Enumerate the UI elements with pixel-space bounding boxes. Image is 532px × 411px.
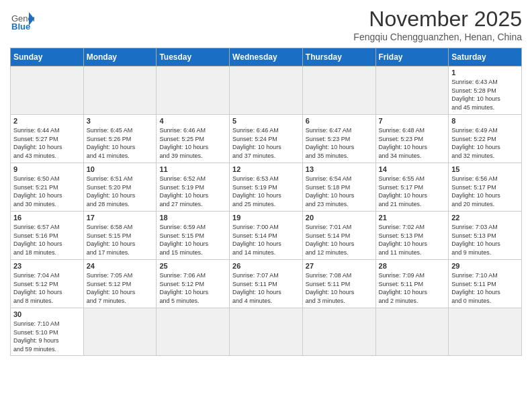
calendar-day-cell: 15Sunrise: 6:56 AM Sunset: 5:17 PM Dayli… xyxy=(449,163,522,212)
calendar-day-cell: 23Sunrise: 7:04 AM Sunset: 5:12 PM Dayli… xyxy=(11,260,84,308)
day-info: Sunrise: 6:44 AM Sunset: 5:27 PM Dayligh… xyxy=(13,126,81,160)
day-number: 1 xyxy=(451,68,519,77)
day-number: 22 xyxy=(451,214,519,222)
day-info: Sunrise: 7:07 AM Sunset: 5:11 PM Dayligh… xyxy=(232,271,300,305)
calendar-week-row: 16Sunrise: 6:57 AM Sunset: 5:16 PM Dayli… xyxy=(11,212,522,260)
day-number: 9 xyxy=(13,165,81,173)
calendar-day-cell xyxy=(83,308,157,356)
calendar-week-row: 1Sunrise: 6:43 AM Sunset: 5:28 PM Daylig… xyxy=(11,66,522,115)
calendar-day-cell: 11Sunrise: 6:52 AM Sunset: 5:19 PM Dayli… xyxy=(157,163,230,212)
day-number: 25 xyxy=(159,262,226,270)
calendar-day-cell xyxy=(230,66,303,115)
day-number: 13 xyxy=(306,165,373,173)
day-number: 11 xyxy=(159,165,226,173)
logo: General Blue xyxy=(10,7,34,31)
day-info: Sunrise: 6:58 AM Sunset: 5:15 PM Dayligh… xyxy=(87,223,154,257)
title-block: November 2025 Fengqiu Chengguanzhen, Hen… xyxy=(353,7,522,42)
day-info: Sunrise: 6:43 AM Sunset: 5:28 PM Dayligh… xyxy=(451,78,519,111)
day-info: Sunrise: 6:51 AM Sunset: 5:20 PM Dayligh… xyxy=(87,175,154,208)
day-info: Sunrise: 6:45 AM Sunset: 5:26 PM Dayligh… xyxy=(87,126,154,160)
calendar-day-cell xyxy=(83,66,157,115)
day-number: 5 xyxy=(232,117,300,125)
day-info: Sunrise: 6:49 AM Sunset: 5:22 PM Dayligh… xyxy=(451,126,519,160)
calendar-header-monday: Monday xyxy=(83,48,157,66)
month-title: November 2025 xyxy=(353,7,522,32)
day-number: 28 xyxy=(379,262,446,270)
calendar-day-cell: 29Sunrise: 7:10 AM Sunset: 5:11 PM Dayli… xyxy=(449,260,522,308)
calendar-header-tuesday: Tuesday xyxy=(157,48,230,66)
day-info: Sunrise: 7:06 AM Sunset: 5:12 PM Dayligh… xyxy=(159,271,226,305)
calendar-day-cell: 13Sunrise: 6:54 AM Sunset: 5:18 PM Dayli… xyxy=(302,163,375,212)
calendar-day-cell xyxy=(302,66,375,115)
day-number: 7 xyxy=(379,117,446,125)
calendar-day-cell: 28Sunrise: 7:09 AM Sunset: 5:11 PM Dayli… xyxy=(375,260,449,308)
calendar-day-cell: 19Sunrise: 7:00 AM Sunset: 5:14 PM Dayli… xyxy=(230,212,303,260)
day-number: 19 xyxy=(232,214,300,222)
calendar-day-cell: 25Sunrise: 7:06 AM Sunset: 5:12 PM Dayli… xyxy=(157,260,230,308)
day-number: 2 xyxy=(13,117,81,125)
calendar-day-cell: 30Sunrise: 7:10 AM Sunset: 5:10 PM Dayli… xyxy=(11,308,84,356)
day-number: 27 xyxy=(306,262,373,270)
day-number: 6 xyxy=(306,117,373,125)
calendar-day-cell xyxy=(449,308,522,356)
calendar-day-cell xyxy=(157,308,230,356)
calendar-week-row: 23Sunrise: 7:04 AM Sunset: 5:12 PM Dayli… xyxy=(11,260,522,308)
day-info: Sunrise: 7:02 AM Sunset: 5:13 PM Dayligh… xyxy=(379,223,446,257)
calendar-day-cell xyxy=(230,308,303,356)
day-info: Sunrise: 7:03 AM Sunset: 5:13 PM Dayligh… xyxy=(451,223,519,257)
day-number: 4 xyxy=(159,117,226,125)
day-number: 15 xyxy=(451,165,519,173)
day-number: 12 xyxy=(232,165,300,173)
svg-text:Blue: Blue xyxy=(11,21,30,31)
day-number: 3 xyxy=(87,117,154,125)
calendar-header-row: SundayMondayTuesdayWednesdayThursdayFrid… xyxy=(11,48,522,66)
calendar-day-cell: 14Sunrise: 6:55 AM Sunset: 5:17 PM Dayli… xyxy=(375,163,449,212)
calendar-week-row: 30Sunrise: 7:10 AM Sunset: 5:10 PM Dayli… xyxy=(11,308,522,356)
day-info: Sunrise: 6:59 AM Sunset: 5:15 PM Dayligh… xyxy=(159,223,226,257)
calendar-day-cell: 20Sunrise: 7:01 AM Sunset: 5:14 PM Dayli… xyxy=(302,212,375,260)
calendar-day-cell: 9Sunrise: 6:50 AM Sunset: 5:21 PM Daylig… xyxy=(11,163,84,212)
day-number: 29 xyxy=(451,262,519,270)
day-info: Sunrise: 6:52 AM Sunset: 5:19 PM Dayligh… xyxy=(159,175,226,208)
calendar-week-row: 2Sunrise: 6:44 AM Sunset: 5:27 PM Daylig… xyxy=(11,115,522,163)
day-number: 16 xyxy=(13,214,81,222)
day-info: Sunrise: 7:09 AM Sunset: 5:11 PM Dayligh… xyxy=(379,271,446,305)
day-number: 8 xyxy=(451,117,519,125)
calendar-day-cell xyxy=(375,308,449,356)
calendar-day-cell: 16Sunrise: 6:57 AM Sunset: 5:16 PM Dayli… xyxy=(11,212,84,260)
calendar-day-cell xyxy=(157,66,230,115)
day-info: Sunrise: 6:50 AM Sunset: 5:21 PM Dayligh… xyxy=(13,175,81,208)
day-number: 14 xyxy=(379,165,446,173)
calendar-day-cell: 24Sunrise: 7:05 AM Sunset: 5:12 PM Dayli… xyxy=(83,260,157,308)
calendar-day-cell: 18Sunrise: 6:59 AM Sunset: 5:15 PM Dayli… xyxy=(157,212,230,260)
calendar-day-cell: 21Sunrise: 7:02 AM Sunset: 5:13 PM Dayli… xyxy=(375,212,449,260)
day-info: Sunrise: 7:10 AM Sunset: 5:10 PM Dayligh… xyxy=(13,320,81,353)
calendar-day-cell: 8Sunrise: 6:49 AM Sunset: 5:22 PM Daylig… xyxy=(449,115,522,163)
day-info: Sunrise: 6:48 AM Sunset: 5:23 PM Dayligh… xyxy=(379,126,446,160)
location: Fengqiu Chengguanzhen, Henan, China xyxy=(353,32,522,42)
logo-icon: General Blue xyxy=(10,7,34,31)
calendar-day-cell: 17Sunrise: 6:58 AM Sunset: 5:15 PM Dayli… xyxy=(83,212,157,260)
day-info: Sunrise: 6:54 AM Sunset: 5:18 PM Dayligh… xyxy=(306,175,373,208)
calendar-day-cell: 6Sunrise: 6:47 AM Sunset: 5:23 PM Daylig… xyxy=(302,115,375,163)
day-info: Sunrise: 7:00 AM Sunset: 5:14 PM Dayligh… xyxy=(232,223,300,257)
calendar-header-sunday: Sunday xyxy=(11,48,84,66)
day-info: Sunrise: 6:46 AM Sunset: 5:25 PM Dayligh… xyxy=(159,126,226,160)
calendar-day-cell: 3Sunrise: 6:45 AM Sunset: 5:26 PM Daylig… xyxy=(83,115,157,163)
day-info: Sunrise: 7:05 AM Sunset: 5:12 PM Dayligh… xyxy=(87,271,154,305)
day-info: Sunrise: 6:46 AM Sunset: 5:24 PM Dayligh… xyxy=(232,126,300,160)
calendar-day-cell: 5Sunrise: 6:46 AM Sunset: 5:24 PM Daylig… xyxy=(230,115,303,163)
calendar-header-thursday: Thursday xyxy=(302,48,375,66)
calendar-day-cell: 1Sunrise: 6:43 AM Sunset: 5:28 PM Daylig… xyxy=(449,66,522,115)
calendar-day-cell xyxy=(375,66,449,115)
calendar-day-cell: 22Sunrise: 7:03 AM Sunset: 5:13 PM Dayli… xyxy=(449,212,522,260)
day-number: 30 xyxy=(13,310,81,318)
calendar-table: SundayMondayTuesdayWednesdayThursdayFrid… xyxy=(10,48,522,356)
day-info: Sunrise: 7:08 AM Sunset: 5:11 PM Dayligh… xyxy=(306,271,373,305)
calendar-day-cell: 27Sunrise: 7:08 AM Sunset: 5:11 PM Dayli… xyxy=(302,260,375,308)
day-number: 17 xyxy=(87,214,154,222)
day-info: Sunrise: 6:47 AM Sunset: 5:23 PM Dayligh… xyxy=(306,126,373,160)
calendar-day-cell: 4Sunrise: 6:46 AM Sunset: 5:25 PM Daylig… xyxy=(157,115,230,163)
day-info: Sunrise: 6:56 AM Sunset: 5:17 PM Dayligh… xyxy=(451,175,519,208)
day-number: 23 xyxy=(13,262,81,270)
